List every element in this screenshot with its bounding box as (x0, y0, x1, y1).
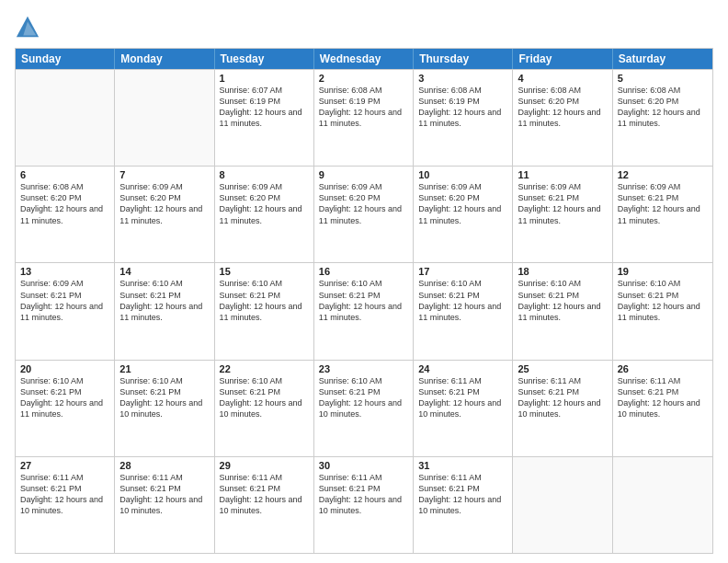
header-day-friday: Friday (513, 49, 612, 69)
day-info: Sunrise: 6:11 AMSunset: 6:21 PMDaylight:… (618, 375, 708, 420)
calendar-row-3: 20Sunrise: 6:10 AMSunset: 6:21 PMDayligh… (16, 360, 712, 456)
day-info: Sunrise: 6:10 AMSunset: 6:21 PMDaylight:… (20, 375, 109, 420)
day-info: Sunrise: 6:08 AMSunset: 6:20 PMDaylight:… (518, 85, 607, 130)
day-number: 2 (319, 73, 408, 84)
day-info: Sunrise: 6:10 AMSunset: 6:21 PMDaylight:… (319, 278, 408, 323)
day-info: Sunrise: 6:10 AMSunset: 6:21 PMDaylight:… (220, 375, 309, 420)
day-info: Sunrise: 6:10 AMSunset: 6:21 PMDaylight:… (119, 278, 209, 323)
calendar-cell: 30Sunrise: 6:11 AMSunset: 6:21 PMDayligh… (314, 457, 414, 553)
calendar-cell: 22Sunrise: 6:10 AMSunset: 6:21 PMDayligh… (215, 361, 314, 456)
day-number: 25 (518, 363, 607, 374)
calendar-cell (513, 457, 612, 553)
calendar-cell: 15Sunrise: 6:10 AMSunset: 6:21 PMDayligh… (215, 263, 314, 359)
day-number: 1 (220, 73, 309, 84)
calendar-cell: 16Sunrise: 6:10 AMSunset: 6:21 PMDayligh… (314, 263, 414, 359)
calendar-cell: 25Sunrise: 6:11 AMSunset: 6:21 PMDayligh… (513, 361, 612, 456)
day-number: 17 (418, 266, 507, 277)
header-day-saturday: Saturday (613, 49, 712, 69)
day-number: 9 (319, 169, 408, 180)
day-number: 10 (418, 169, 507, 180)
calendar-cell: 28Sunrise: 6:11 AMSunset: 6:21 PMDayligh… (115, 457, 214, 553)
calendar-cell (115, 70, 214, 166)
day-number: 21 (119, 363, 209, 374)
calendar-cell: 26Sunrise: 6:11 AMSunset: 6:21 PMDayligh… (613, 361, 712, 456)
calendar-cell: 8Sunrise: 6:09 AMSunset: 6:20 PMDaylight… (215, 167, 314, 262)
calendar-cell: 27Sunrise: 6:11 AMSunset: 6:21 PMDayligh… (16, 457, 115, 553)
calendar-cell: 21Sunrise: 6:10 AMSunset: 6:21 PMDayligh… (115, 361, 214, 456)
day-number: 16 (319, 266, 408, 277)
day-info: Sunrise: 6:10 AMSunset: 6:21 PMDaylight:… (518, 278, 607, 323)
day-info: Sunrise: 6:10 AMSunset: 6:21 PMDaylight:… (220, 278, 309, 323)
day-number: 18 (518, 266, 607, 277)
day-info: Sunrise: 6:08 AMSunset: 6:20 PMDaylight:… (20, 181, 109, 226)
day-info: Sunrise: 6:09 AMSunset: 6:20 PMDaylight:… (319, 181, 408, 226)
day-number: 13 (20, 266, 109, 277)
day-number: 24 (418, 363, 507, 374)
day-number: 22 (220, 363, 309, 374)
calendar-cell: 5Sunrise: 6:08 AMSunset: 6:20 PMDaylight… (613, 70, 712, 166)
page: SundayMondayTuesdayWednesdayThursdayFrid… (0, 0, 728, 563)
header-day-wednesday: Wednesday (314, 49, 414, 69)
calendar-cell: 31Sunrise: 6:11 AMSunset: 6:21 PMDayligh… (414, 457, 513, 553)
calendar-cell: 14Sunrise: 6:10 AMSunset: 6:21 PMDayligh… (115, 263, 214, 359)
day-number: 8 (220, 169, 309, 180)
header-day-thursday: Thursday (414, 49, 513, 69)
calendar-cell: 1Sunrise: 6:07 AMSunset: 6:19 PMDaylight… (215, 70, 314, 166)
day-info: Sunrise: 6:09 AMSunset: 6:20 PMDaylight:… (119, 181, 209, 226)
calendar-cell: 3Sunrise: 6:08 AMSunset: 6:19 PMDaylight… (414, 70, 513, 166)
day-number: 5 (618, 73, 708, 84)
day-info: Sunrise: 6:10 AMSunset: 6:21 PMDaylight:… (618, 278, 708, 323)
day-number: 20 (20, 363, 109, 374)
day-info: Sunrise: 6:11 AMSunset: 6:21 PMDaylight:… (119, 472, 209, 517)
calendar-cell: 17Sunrise: 6:10 AMSunset: 6:21 PMDayligh… (414, 263, 513, 359)
calendar-cell: 6Sunrise: 6:08 AMSunset: 6:20 PMDaylight… (16, 167, 115, 262)
calendar-cell: 13Sunrise: 6:09 AMSunset: 6:21 PMDayligh… (16, 263, 115, 359)
day-number: 4 (518, 73, 607, 84)
day-info: Sunrise: 6:10 AMSunset: 6:21 PMDaylight:… (119, 375, 209, 420)
day-info: Sunrise: 6:11 AMSunset: 6:21 PMDaylight:… (418, 472, 507, 517)
header-day-tuesday: Tuesday (215, 49, 314, 69)
day-number: 6 (20, 169, 109, 180)
day-info: Sunrise: 6:09 AMSunset: 6:20 PMDaylight:… (418, 181, 507, 226)
day-info: Sunrise: 6:07 AMSunset: 6:19 PMDaylight:… (220, 85, 309, 130)
day-number: 26 (618, 363, 708, 374)
calendar-cell: 2Sunrise: 6:08 AMSunset: 6:19 PMDaylight… (314, 70, 414, 166)
calendar: SundayMondayTuesdayWednesdayThursdayFrid… (15, 48, 713, 554)
day-number: 28 (119, 460, 209, 471)
day-info: Sunrise: 6:09 AMSunset: 6:21 PMDaylight:… (518, 181, 607, 226)
calendar-cell: 11Sunrise: 6:09 AMSunset: 6:21 PMDayligh… (513, 167, 612, 262)
day-number: 30 (319, 460, 408, 471)
day-info: Sunrise: 6:10 AMSunset: 6:21 PMDaylight:… (319, 375, 408, 420)
day-info: Sunrise: 6:09 AMSunset: 6:21 PMDaylight:… (618, 181, 708, 226)
day-number: 11 (518, 169, 607, 180)
calendar-cell: 4Sunrise: 6:08 AMSunset: 6:20 PMDaylight… (513, 70, 612, 166)
calendar-header: SundayMondayTuesdayWednesdayThursdayFrid… (16, 49, 712, 69)
calendar-cell: 10Sunrise: 6:09 AMSunset: 6:20 PMDayligh… (414, 167, 513, 262)
logo-icon (15, 15, 40, 40)
calendar-cell: 12Sunrise: 6:09 AMSunset: 6:21 PMDayligh… (613, 167, 712, 262)
day-info: Sunrise: 6:08 AMSunset: 6:19 PMDaylight:… (418, 85, 507, 130)
calendar-cell: 29Sunrise: 6:11 AMSunset: 6:21 PMDayligh… (215, 457, 314, 553)
day-info: Sunrise: 6:11 AMSunset: 6:21 PMDaylight:… (20, 472, 109, 517)
day-number: 7 (119, 169, 209, 180)
day-number: 3 (418, 73, 507, 84)
calendar-cell: 20Sunrise: 6:10 AMSunset: 6:21 PMDayligh… (16, 361, 115, 456)
calendar-row-2: 13Sunrise: 6:09 AMSunset: 6:21 PMDayligh… (16, 262, 712, 359)
header-day-sunday: Sunday (16, 49, 115, 69)
day-number: 31 (418, 460, 507, 471)
calendar-cell (613, 457, 712, 553)
day-number: 23 (319, 363, 408, 374)
calendar-cell (16, 70, 115, 166)
day-info: Sunrise: 6:11 AMSunset: 6:21 PMDaylight:… (319, 472, 408, 517)
day-info: Sunrise: 6:09 AMSunset: 6:20 PMDaylight:… (220, 181, 309, 226)
day-info: Sunrise: 6:11 AMSunset: 6:21 PMDaylight:… (418, 375, 507, 420)
day-info: Sunrise: 6:11 AMSunset: 6:21 PMDaylight:… (518, 375, 607, 420)
day-info: Sunrise: 6:09 AMSunset: 6:21 PMDaylight:… (20, 278, 109, 323)
calendar-cell: 19Sunrise: 6:10 AMSunset: 6:21 PMDayligh… (613, 263, 712, 359)
header-day-monday: Monday (115, 49, 214, 69)
day-info: Sunrise: 6:08 AMSunset: 6:20 PMDaylight:… (618, 85, 708, 130)
day-info: Sunrise: 6:08 AMSunset: 6:19 PMDaylight:… (319, 85, 408, 130)
day-number: 29 (220, 460, 309, 471)
day-number: 27 (20, 460, 109, 471)
calendar-cell: 24Sunrise: 6:11 AMSunset: 6:21 PMDayligh… (414, 361, 513, 456)
